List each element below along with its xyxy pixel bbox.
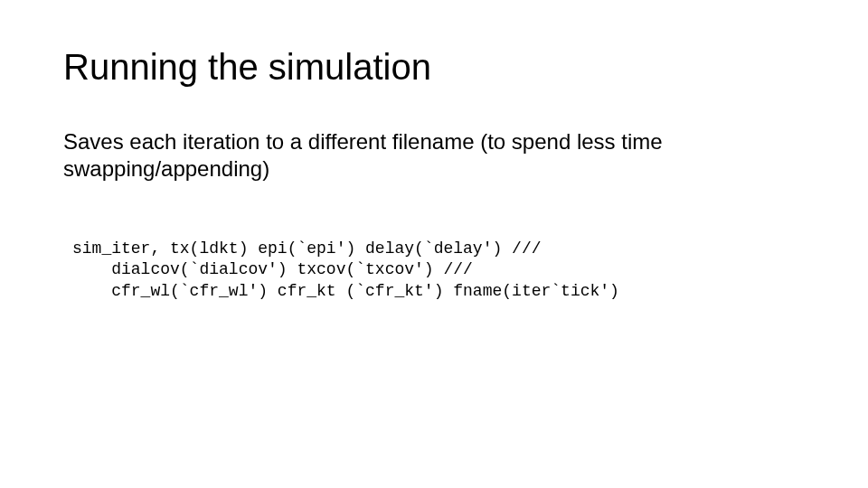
code-line-2: dialcov(`dialcov') txcov(`txcov') /// [72,260,473,278]
slide: Running the simulation Saves each iterat… [0,0,868,488]
code-block: sim_iter, tx(ldkt) epi(`epi') delay(`del… [72,239,805,302]
code-line-3: cfr_wl(`cfr_wl') cfr_kt (`cfr_kt') fname… [72,282,619,300]
slide-title: Running the simulation [63,47,431,87]
slide-body-text: Saves each iteration to a different file… [63,128,805,183]
code-line-1: sim_iter, tx(ldkt) epi(`epi') delay(`del… [72,239,541,258]
